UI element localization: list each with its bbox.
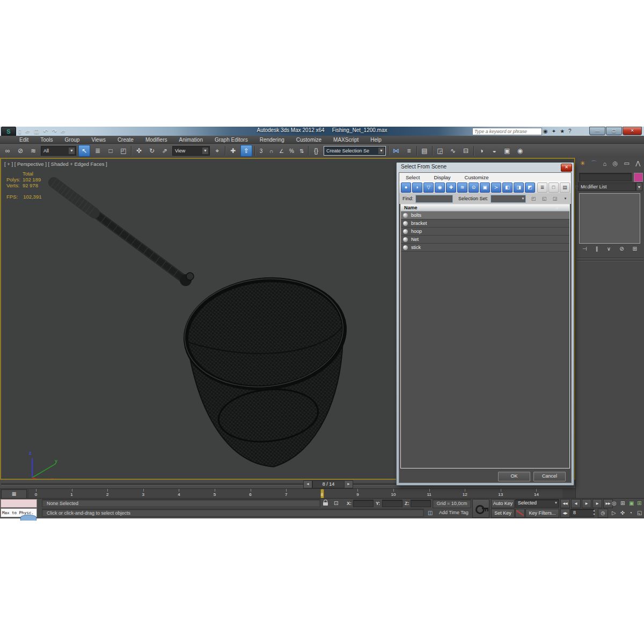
minimize-button[interactable]: — xyxy=(589,127,605,135)
select-by-name-icon[interactable]: ≣ xyxy=(92,145,103,156)
display-spacewarps-icon[interactable]: ≋ xyxy=(457,182,467,193)
menu-rendering[interactable]: Rendering xyxy=(260,137,284,143)
next-frame-arrow[interactable]: ► xyxy=(344,480,353,488)
x-coordinate-field[interactable] xyxy=(353,500,374,507)
default-tangent-button[interactable] xyxy=(515,509,525,518)
previous-frame-arrow[interactable]: ◄ xyxy=(303,480,312,488)
menu-customize[interactable]: Customize xyxy=(296,137,321,143)
filter-combinations-icon[interactable]: ▼ xyxy=(582,183,591,192)
modify-tab-icon[interactable]: ⌒ xyxy=(591,159,597,167)
reference-coordinate-dropdown[interactable]: View ▼ xyxy=(172,146,210,156)
utilities-tab-icon[interactable]: ⋀ xyxy=(635,160,640,167)
zoom-icon[interactable]: ◎ xyxy=(612,500,617,506)
menu-modifiers[interactable]: Modifiers xyxy=(145,137,167,143)
auto-key-button[interactable]: Auto Key xyxy=(491,499,515,508)
track-bar-ruler[interactable]: 01234567891011121314 xyxy=(29,489,562,499)
angle-snap-icon[interactable]: ∠ xyxy=(277,145,286,156)
dialog-menu-display[interactable]: Display xyxy=(434,174,450,180)
menu-edit[interactable]: Edit xyxy=(19,137,28,143)
key-step-toggle[interactable]: ◀▶ xyxy=(560,509,570,518)
close-button[interactable]: ✕ xyxy=(623,127,642,135)
rendered-frame-window-icon[interactable]: ▣ xyxy=(502,145,513,156)
display-hidden-icon[interactable]: ◩ xyxy=(525,182,535,193)
favorites-icon[interactable]: ★ xyxy=(560,128,565,134)
display-containers-icon[interactable]: ◧ xyxy=(502,182,513,193)
select-and-scale-icon[interactable]: ⇗ xyxy=(159,145,170,156)
next-frame-button[interactable]: ▶ xyxy=(592,499,602,508)
make-unique-icon[interactable]: ∨ xyxy=(607,246,611,252)
selection-filter-dropdown[interactable]: All ▼ xyxy=(41,146,76,156)
unlink-selection-icon[interactable]: ⊘ xyxy=(15,145,26,156)
column-chooser-icon[interactable]: ▼ xyxy=(564,197,567,200)
current-frame-field[interactable]: 8 xyxy=(570,509,594,517)
list-item[interactable]: bracket xyxy=(401,219,569,228)
modifier-list-arrow-icon[interactable]: ▼ xyxy=(636,182,642,191)
menu-create[interactable]: Create xyxy=(118,137,134,143)
spinner-down-icon[interactable]: ▼ xyxy=(593,513,596,516)
menu-group[interactable]: Group xyxy=(65,137,80,143)
search-icon[interactable]: ◉ xyxy=(543,128,548,134)
zoom-all-icon[interactable]: ⊞ xyxy=(620,500,625,506)
display-children-icon[interactable]: ▤ xyxy=(560,182,570,193)
pin-stack-icon[interactable]: ⊣ xyxy=(582,246,587,252)
maxscript-mini-listener[interactable] xyxy=(1,499,37,508)
keyboard-override-icon[interactable]: ⇧ xyxy=(240,145,252,157)
zoom-extents-all-icon[interactable]: ⊞ xyxy=(637,500,641,506)
display-frozen-icon[interactable]: ◨ xyxy=(514,182,524,193)
use-pivot-center-icon[interactable]: ⌖ xyxy=(212,145,223,156)
display-shapes-icon[interactable]: ◗ xyxy=(412,182,422,193)
menu-animation[interactable]: Animation xyxy=(179,137,202,143)
menu-help[interactable]: Help xyxy=(370,137,382,143)
orbit-icon[interactable]: ◔ xyxy=(629,510,632,516)
pan-icon[interactable]: ✜ xyxy=(620,510,625,516)
time-slider-handle[interactable]: 8 / 14 xyxy=(312,480,345,488)
add-time-tag[interactable]: Add Time Tag xyxy=(439,510,469,515)
show-end-result-icon[interactable]: ∥ xyxy=(596,246,598,252)
percent-snap-icon[interactable]: % xyxy=(288,145,296,156)
list-item[interactable]: hoop xyxy=(401,228,569,236)
communication-center-icon[interactable]: ✦ xyxy=(552,128,556,134)
y-coordinate-field[interactable] xyxy=(382,500,402,507)
ok-button[interactable]: OK xyxy=(498,472,530,481)
material-editor-icon[interactable]: ◑ xyxy=(476,145,487,156)
dialog-close-icon[interactable]: ✕ xyxy=(561,164,572,172)
key-mode-dropdown[interactable]: Selected ▼ xyxy=(515,499,559,508)
list-item[interactable]: stick xyxy=(401,244,569,252)
create-selection-set-icon[interactable]: ◰ xyxy=(529,194,538,203)
render-production-icon[interactable]: ◉ xyxy=(515,145,525,156)
render-setup-icon[interactable]: ◒ xyxy=(489,145,500,156)
display-geometry-icon[interactable]: ● xyxy=(401,182,411,193)
modifier-stack[interactable] xyxy=(579,193,640,244)
maximize-button[interactable]: ▢ xyxy=(606,127,622,135)
zoom-extents-icon[interactable]: ▣ xyxy=(629,500,634,506)
configure-modifier-sets-icon[interactable]: ⊞ xyxy=(633,246,637,252)
go-to-start-button[interactable]: ◀◀ xyxy=(560,499,570,508)
spinner-up-icon[interactable]: ▲ xyxy=(593,509,596,512)
help-icon[interactable]: ? xyxy=(568,128,572,134)
dialog-menu-customize[interactable]: Customize xyxy=(465,174,489,180)
display-helpers-icon[interactable]: ✚ xyxy=(446,182,456,193)
window-crossing-icon[interactable]: ◰ xyxy=(118,145,129,156)
absolute-mode-icon[interactable]: ⊡ xyxy=(334,500,338,506)
manage-layers-icon[interactable]: ▤ xyxy=(419,145,430,156)
menu-tools[interactable]: Tools xyxy=(40,137,53,143)
align-icon[interactable]: ≡ xyxy=(404,145,414,156)
find-input[interactable] xyxy=(415,195,453,203)
object-name-field[interactable] xyxy=(579,173,632,181)
cancel-button[interactable]: Cancel xyxy=(533,472,566,481)
frame-spinner[interactable]: ▲ ▼ xyxy=(592,509,596,516)
z-coordinate-field[interactable] xyxy=(411,500,431,507)
select-object-icon[interactable]: ↖ xyxy=(78,145,90,157)
time-configuration-button[interactable]: ◷ xyxy=(598,509,608,518)
select-and-manipulate-icon[interactable]: ✚ xyxy=(228,145,238,156)
set-key-button[interactable]: Set Key xyxy=(491,509,515,518)
list-item[interactable]: Net xyxy=(401,236,569,244)
named-selection-sets-dropdown[interactable]: Create Selection Se ▼ xyxy=(324,146,386,156)
menu-views[interactable]: Views xyxy=(91,137,106,143)
mirror-icon[interactable]: ⋈ xyxy=(391,145,401,156)
motion-tab-icon[interactable]: ◎ xyxy=(613,160,618,167)
remove-modifier-icon[interactable]: ⊘ xyxy=(619,246,624,252)
filter-icon[interactable]: ▽ xyxy=(572,183,581,192)
spinner-snap-icon[interactable]: ⇅ xyxy=(298,145,306,156)
bind-to-space-warp-icon[interactable]: ≋ xyxy=(28,145,39,156)
